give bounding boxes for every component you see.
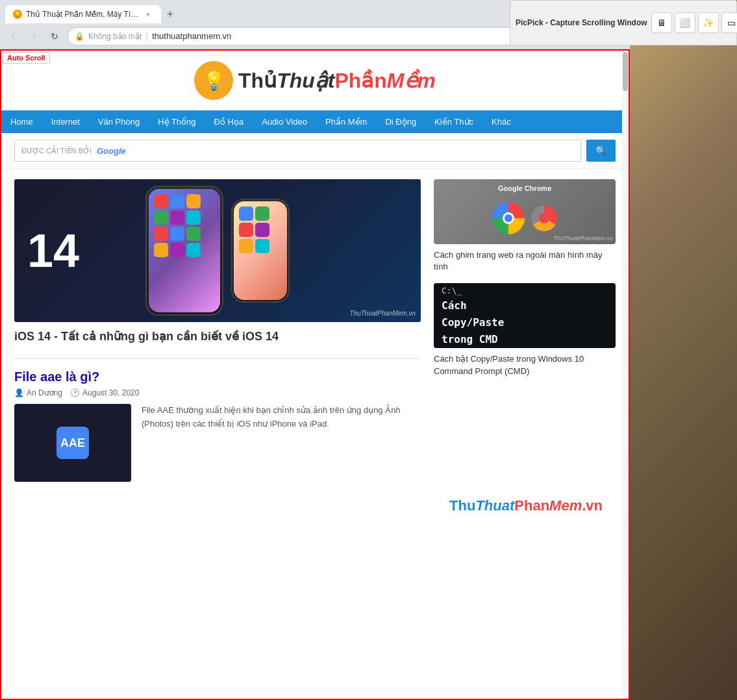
sidebar-card-chrome: Google Chrome ThuThuatPhanMem.vn — [434, 179, 616, 273]
crop-icon-btn[interactable]: ⬜ — [675, 12, 695, 33]
article-thumbnail[interactable]: AAE — [14, 404, 131, 482]
tab-label: Thủ Thuật Phần Mềm, Máy Tính,... — [26, 10, 139, 19]
app-icon-11 — [170, 243, 184, 257]
sidebar-card-title-chrome[interactable]: Cách ghim trang web ra ngoài màn hình má… — [434, 249, 616, 273]
rectangle-icon-btn[interactable]: ▭ — [721, 12, 737, 33]
nav-do-hoa[interactable]: Đồ Họa — [205, 110, 253, 133]
app-icon-10 — [154, 243, 168, 257]
back-button[interactable]: ‹ — [5, 29, 21, 44]
nav-kien-thuc[interactable]: Kiến Thức — [425, 110, 482, 133]
sidebar-card-title-cmd[interactable]: Cách bật Copy/Paste trong Windows 10 Com… — [434, 353, 616, 377]
sidebar-card-cmd: C:\_ Cách Copy/Paste trong CMD ThuThuatP… — [434, 283, 616, 377]
nav-home[interactable]: Home — [1, 110, 42, 133]
cmd-line-3: trong CMD — [442, 331, 608, 348]
picpick-title: PicPick - Capture Scrolling Window — [516, 18, 647, 27]
app-icon-8 — [170, 227, 184, 241]
site-footer-watermark: ThuThuatPhanMem.vn — [14, 492, 616, 519]
chrome-logo-icon — [492, 202, 525, 234]
cmd-image: C:\_ Cách Copy/Paste trong CMD ThuThuatP… — [434, 283, 616, 348]
app-icon-7 — [154, 227, 168, 241]
browser-window: 💡 Thủ Thuật Phần Mềm, Máy Tính,... × + ‹… — [0, 0, 630, 700]
firefox-logo — [531, 205, 557, 231]
nav-di-dong[interactable]: Di Động — [376, 110, 425, 133]
cmd-line-2: Copy/Paste — [442, 314, 608, 331]
chrome-text-overlay: Google Chrome — [498, 184, 552, 192]
phone-screen-2 — [234, 201, 287, 300]
scrollbar[interactable] — [622, 51, 629, 699]
ios-badge: 14 — [27, 227, 79, 274]
sidebar-image-cmd[interactable]: C:\_ Cách Copy/Paste trong CMD ThuThuatP… — [434, 283, 616, 348]
article-date: August 30, 2020 — [82, 388, 139, 397]
nav-khac[interactable]: Khác — [482, 110, 520, 133]
nav-van-phong[interactable]: Văn Phòng — [89, 110, 149, 133]
search-submit-button[interactable]: 🔍 — [586, 140, 616, 162]
meta-author: 👤 An Dương — [14, 388, 62, 397]
phone-screen — [149, 189, 220, 312]
logo-text: Thủ Thuật Phần Mềm — [238, 68, 436, 93]
main-content: 14 — [1, 169, 629, 530]
refresh-button[interactable]: ↻ — [47, 29, 62, 44]
author-name: An Dương — [27, 388, 62, 397]
meta-date: 🕐 August 30, 2020 — [70, 388, 139, 397]
article-excerpt: File AAE thường xuất hiện khi bạn chỉnh … — [142, 404, 421, 482]
search-powered-label: ĐƯỢC CẢI TIẾN BỞI — [21, 147, 92, 155]
phone-mockup-main — [145, 186, 223, 316]
search-input-wrapper[interactable]: ĐƯỢC CẢI TIẾN BỞI Google — [14, 140, 581, 162]
nav-he-thong[interactable]: Hệ Thống — [149, 110, 205, 133]
nav-internet[interactable]: Internet — [42, 110, 89, 133]
footer-brand: ThuThuatPhanMem.vn — [449, 497, 603, 514]
featured-article: 14 — [14, 179, 421, 492]
featured-title[interactable]: iOS 14 - Tất cả những gì bạn cần biết về… — [14, 329, 421, 345]
nav-phan-mem[interactable]: Phần Mềm — [316, 110, 376, 133]
search-bar: ĐƯỢC CẢI TIẾN BỞI Google 🔍 — [1, 133, 629, 169]
ios-number: 14 — [27, 227, 79, 274]
ios-mockup: 14 — [14, 179, 421, 322]
app-icon-5 — [170, 210, 184, 225]
chrome-image: Google Chrome ThuThuatPhanMem.vn — [434, 179, 616, 244]
logo-icon: 💡 — [194, 61, 233, 100]
search-google-label: Google — [97, 146, 126, 156]
tab-close-button[interactable]: × — [143, 9, 153, 19]
sidebar-image-chrome[interactable]: Google Chrome ThuThuatPhanMem.vn — [434, 179, 616, 244]
cmd-line-1: Cách — [442, 297, 608, 314]
monitor-icon-btn[interactable]: 🖥 — [651, 12, 672, 33]
sidebar: Google Chrome ThuThuatPhanMem.vn — [434, 179, 616, 492]
picpick-icon-group: 🖥 ⬜ ✨ ▭ 💾 ↩ 🖼 — [651, 12, 737, 33]
phone-mockup-secondary — [231, 199, 290, 303]
app-icon-s4 — [255, 223, 269, 237]
active-tab[interactable]: 💡 Thủ Thuật Phần Mềm, Máy Tính,... × — [5, 5, 161, 23]
picpick-toolbar: PicPick - Capture Scrolling Window 🖥 ⬜ ✨… — [510, 0, 737, 45]
app-icon-9 — [186, 227, 201, 241]
app-icon-6 — [186, 210, 201, 225]
auto-scroll-badge: Auto Scroll — [3, 52, 50, 64]
app-icon-s3 — [239, 223, 253, 237]
aae-image: AAE — [14, 404, 131, 482]
nav-audio-video[interactable]: Audio Video — [253, 110, 316, 133]
featured-watermark: ThuThuatPhanMem.vn — [349, 310, 416, 317]
highlight-icon-btn[interactable]: ✨ — [698, 12, 719, 33]
forward-button[interactable]: › — [26, 29, 42, 44]
app-icon-1 — [154, 194, 168, 208]
app-icon-3 — [186, 194, 201, 208]
new-tab-button[interactable]: + — [161, 5, 179, 23]
scrollbar-thumb[interactable] — [623, 52, 628, 91]
site-logo: 💡 Thủ Thuật Phần Mềm — [14, 61, 616, 100]
nav-bar: Home Internet Văn Phòng Hệ Thống Đồ Họa … — [1, 110, 629, 133]
article-meta: 👤 An Dương 🕐 August 30, 2020 — [14, 388, 421, 397]
site-header: 💡 Thủ Thuật Phần Mềm — [1, 51, 629, 110]
app-icon-s1 — [239, 206, 253, 221]
chrome-watermark: ThuThuatPhanMem.vn — [553, 235, 613, 242]
app-icon-s6 — [255, 239, 269, 253]
url-input[interactable]: 🔒 Không bảo mật | thuthuatphanmem.vn ☆ — [68, 27, 583, 45]
content-grid: 14 — [14, 179, 616, 492]
security-label: Không bảo mật — [88, 32, 142, 41]
article-item-title[interactable]: File aae là gì? — [14, 369, 421, 384]
cmd-prompt-line: C:\_ — [442, 284, 608, 298]
article-list: File aae là gì? 👤 An Dương 🕐 August 30, … — [14, 358, 421, 482]
aae-icon: AAE — [56, 427, 89, 459]
security-icon: 🔒 — [75, 32, 84, 41]
article-item: File aae là gì? 👤 An Dương 🕐 August 30, … — [14, 369, 421, 482]
app-icon-s5 — [239, 239, 253, 253]
app-icon-s2 — [255, 206, 269, 221]
featured-image[interactable]: 14 — [14, 179, 421, 322]
